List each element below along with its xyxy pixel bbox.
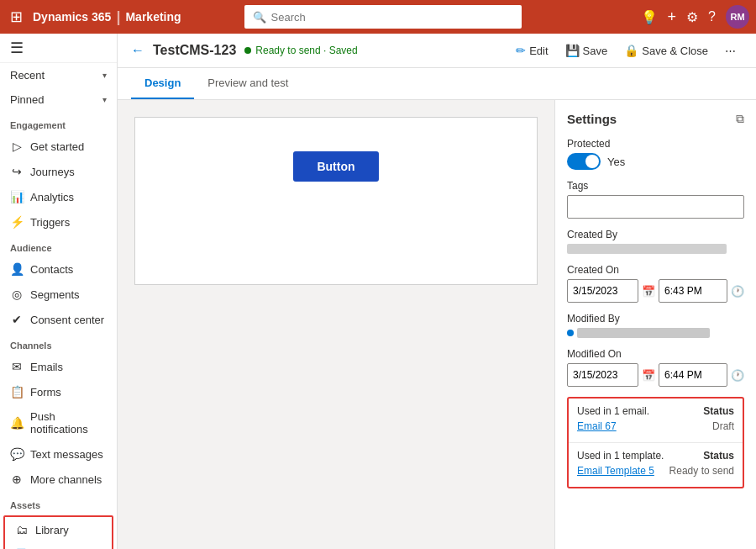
usage-email-status-val: Draft xyxy=(712,420,734,432)
sidebar-item-consent-center[interactable]: ✔ Consent center xyxy=(0,307,117,332)
sidebar-item-triggers[interactable]: ⚡ Triggers xyxy=(0,209,117,235)
toggle-row: Yes xyxy=(567,153,744,170)
sidebar-pinned[interactable]: Pinned ▾ xyxy=(0,87,117,112)
recent-label: Recent xyxy=(10,69,45,82)
tags-label: Tags xyxy=(567,180,744,192)
settings-icon[interactable]: ⚙ xyxy=(686,9,698,25)
sidebar-item-more-channels[interactable]: ⊕ More channels xyxy=(0,467,117,492)
sidebar-item-emails[interactable]: ✉ Emails xyxy=(0,354,117,379)
app-label: Marketing xyxy=(125,10,181,24)
settings-expand-icon[interactable]: ⧉ xyxy=(736,112,744,126)
sidebar-item-templates[interactable]: 📄 Templates xyxy=(5,542,112,549)
save-icon: 💾 xyxy=(565,44,580,57)
push-icon: 🔔 xyxy=(10,416,24,430)
tab-design[interactable]: Design xyxy=(131,68,194,99)
more-icon: ⋯ xyxy=(725,45,736,57)
forms-icon: 📋 xyxy=(10,385,24,399)
sidebar-top: ☰ xyxy=(0,34,117,63)
help-icon[interactable]: ? xyxy=(708,9,716,24)
waffle-icon[interactable]: ⊞ xyxy=(7,4,26,29)
sidebar-item-journeys[interactable]: ↪ Journeys xyxy=(0,159,117,184)
dynamics-label: Dynamics 365 xyxy=(33,10,111,24)
modified-date-calendar-icon[interactable]: 📅 xyxy=(642,369,655,382)
created-date-calendar-icon[interactable]: 📅 xyxy=(642,285,655,298)
modified-by-label: Modified By xyxy=(567,313,744,325)
usage-template-desc: Used in 1 template. xyxy=(577,450,664,462)
contacts-icon: 👤 xyxy=(10,262,24,276)
text-label: Text messages xyxy=(30,448,103,461)
usage-template-row: Used in 1 template. Status xyxy=(577,450,734,462)
divider: | xyxy=(116,8,120,26)
modified-time-input[interactable] xyxy=(659,363,727,387)
library-icon: 🗂 xyxy=(15,523,29,536)
sidebar-item-get-started[interactable]: ▷ Get started xyxy=(0,134,117,159)
more-icon: ⊕ xyxy=(10,472,24,486)
edit-button[interactable]: ✏ Edit xyxy=(509,40,554,61)
more-button[interactable]: ⋯ xyxy=(718,41,743,61)
save-button[interactable]: 💾 Save xyxy=(559,40,615,61)
modified-by-field: Modified By xyxy=(567,313,744,338)
usage-email-row: Used in 1 email. Status xyxy=(577,405,734,417)
record-header-left: ← TestCMS-123 Ready to send · Saved xyxy=(131,43,358,58)
modified-on-label: Modified On xyxy=(567,348,744,360)
usage-email-item: Used in 1 email. Status Email 67 Draft xyxy=(569,399,743,443)
audience-section-label: Audience xyxy=(0,235,117,256)
modified-on-field: Modified On 📅 🕐 xyxy=(567,348,744,387)
save-close-button[interactable]: 🔒 Save & Close xyxy=(617,40,715,61)
edit-label: Edit xyxy=(529,45,548,57)
record-header: ← TestCMS-123 Ready to send · Saved ✏ Ed… xyxy=(118,34,756,68)
tab-preview-test[interactable]: Preview and test xyxy=(194,68,302,99)
library-label: Library xyxy=(35,524,69,536)
created-on-date-row: 📅 🕐 xyxy=(567,279,744,303)
sidebar-item-text-messages[interactable]: 💬 Text messages xyxy=(0,441,117,467)
usage-template-link[interactable]: Email Template 5 xyxy=(577,465,654,477)
sidebar-item-library[interactable]: 🗂 Library xyxy=(5,517,112,542)
created-time-input[interactable] xyxy=(659,279,727,303)
record-status: Ready to send · Saved xyxy=(244,45,357,56)
sidebar-item-analytics[interactable]: 📊 Analytics xyxy=(0,184,117,209)
sidebar-item-segments[interactable]: ◎ Segments xyxy=(0,282,117,307)
segments-label: Segments xyxy=(30,288,80,301)
back-button[interactable]: ← xyxy=(131,43,144,58)
recent-arrow: ▾ xyxy=(102,71,107,80)
assets-highlight-box: 🗂 Library 📄 Templates ⚙ Content blocks xyxy=(3,515,113,549)
save-close-icon: 🔒 xyxy=(624,44,638,57)
segments-icon: ◎ xyxy=(10,288,24,301)
sidebar-item-push-notifications[interactable]: 🔔 Push notifications xyxy=(0,404,117,441)
consent-icon: ✔ xyxy=(10,313,24,326)
created-on-field: Created On 📅 🕐 xyxy=(567,264,744,303)
get-started-label: Get started xyxy=(30,140,84,153)
push-label: Push notifications xyxy=(30,410,107,436)
triggers-icon: ⚡ xyxy=(10,215,24,229)
created-by-field: Created By xyxy=(567,229,744,254)
usage-template-status-val: Ready to send xyxy=(669,465,734,477)
record-title: TestCMS-123 xyxy=(153,43,236,58)
analytics-label: Analytics xyxy=(30,191,74,203)
sidebar-recent[interactable]: Recent ▾ xyxy=(0,63,117,87)
toggle-knob xyxy=(585,155,599,168)
lightbulb-icon[interactable]: 💡 xyxy=(641,9,658,25)
sidebar-item-forms[interactable]: 📋 Forms xyxy=(0,379,117,404)
hamburger-icon[interactable]: ☰ xyxy=(7,36,27,60)
usage-email-link[interactable]: Email 67 xyxy=(577,420,617,432)
protected-toggle[interactable] xyxy=(567,153,601,170)
edit-icon: ✏ xyxy=(516,44,526,57)
more-label: More channels xyxy=(30,473,102,486)
settings-panel: Settings ⧉ Protected Yes Tags xyxy=(554,100,756,549)
search-input[interactable] xyxy=(271,11,513,24)
add-icon[interactable]: + xyxy=(668,8,677,26)
created-time-clock-icon[interactable]: 🕐 xyxy=(731,285,744,298)
sidebar-item-contacts[interactable]: 👤 Contacts xyxy=(0,256,117,282)
analytics-icon: 📊 xyxy=(10,190,24,203)
avatar[interactable]: RM xyxy=(726,5,749,29)
triggers-label: Triggers xyxy=(30,216,70,229)
pinned-label: Pinned xyxy=(10,93,44,106)
search-bar[interactable]: 🔍 xyxy=(244,5,522,29)
tags-input[interactable] xyxy=(567,195,744,219)
channels-section-label: Channels xyxy=(0,332,117,354)
canvas-button[interactable]: Button xyxy=(293,151,378,182)
modified-time-clock-icon[interactable]: 🕐 xyxy=(731,369,744,382)
usage-template-link-row: Email Template 5 Ready to send xyxy=(577,465,734,477)
created-date-input[interactable] xyxy=(567,279,638,303)
modified-date-input[interactable] xyxy=(567,363,638,387)
